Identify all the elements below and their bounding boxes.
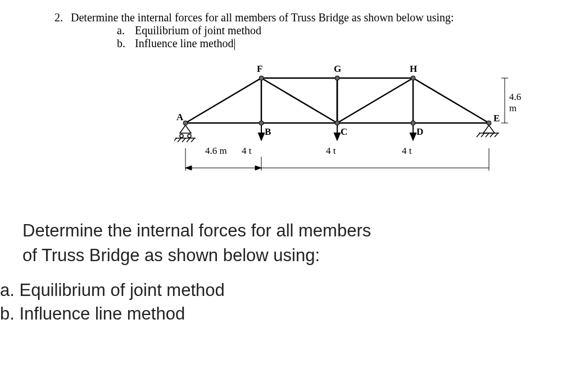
load-D-label: 4 t [402, 145, 411, 157]
load-B-label: 4 t [242, 145, 251, 157]
problem-main-line: 2. Determine the internal forces for all… [46, 11, 565, 24]
label-D: D [416, 126, 423, 138]
large-line1: Determine the internal forces for all me… [22, 218, 565, 243]
sub-letter-a: a. [117, 24, 129, 37]
arrow-head-B [259, 133, 264, 140]
hatch-e2 [481, 133, 484, 137]
roller-A1 [180, 134, 183, 138]
pin-support-E [483, 125, 495, 133]
hatch-a5 [191, 138, 194, 142]
load-C-label: 4 t [326, 145, 336, 157]
label-G: G [334, 63, 341, 75]
node-C [335, 121, 339, 125]
truss-diagram: A F G H E B C D 4 t 4 t 4 t 4.6 m 4.6 m [174, 61, 517, 185]
sub-item-a: a. Equilibrium of joint method [117, 24, 565, 37]
dim-arrow-left [185, 166, 192, 170]
sub-text-a: Equilibrium of joint method [135, 24, 261, 37]
problem-number: 2. [46, 11, 63, 24]
text-cursor [234, 39, 235, 50]
dim-span-label: 4.6 m [205, 145, 227, 157]
sub-text-b: Influence line method [135, 37, 235, 50]
sub-letter-b: b. [117, 37, 129, 50]
diagonal-CH [337, 78, 413, 123]
problem-sub-items: a. Equilibrium of joint method b. Influe… [117, 24, 565, 50]
arrow-head-D [410, 133, 416, 140]
large-sub-a: a. Equilibrium of joint method [0, 279, 565, 302]
large-sub-list: a. Equilibrium of joint method b. Influe… [0, 279, 565, 326]
hatch-a3 [182, 138, 185, 142]
hatch-a2 [178, 138, 181, 142]
node-G [335, 76, 339, 80]
hatch-a1 [174, 138, 176, 142]
pin-support-A [180, 125, 191, 133]
sub-item-b: b. Influence line method [117, 37, 565, 50]
hatch-a4 [187, 138, 190, 142]
roller-A2 [188, 134, 191, 138]
label-E: E [493, 113, 500, 124]
hatch-e1 [477, 133, 480, 137]
large-sub-b: b. Influence line method [0, 302, 565, 326]
problem-text: Determine the internal forces for all me… [71, 11, 454, 24]
arrow-head-C [334, 133, 340, 140]
node-H [411, 76, 415, 80]
hatch-e3 [486, 133, 489, 137]
node-D [411, 121, 415, 125]
large-question: Determine the internal forces for all me… [22, 218, 565, 267]
node-B [259, 121, 264, 125]
large-line2: of Truss Bridge as shown below using: [22, 243, 565, 267]
label-C: C [341, 126, 347, 138]
hatch-e5 [495, 133, 498, 137]
label-H: H [410, 63, 417, 75]
diagonal-FC [261, 78, 337, 123]
label-A: A [176, 112, 183, 123]
problem-statement: 2. Determine the internal forces for all… [46, 11, 565, 50]
dim-arrow-mid [255, 166, 261, 170]
hatch-e4 [490, 133, 493, 137]
truss-svg [174, 61, 517, 185]
label-B: B [265, 126, 271, 138]
label-F: F [257, 63, 262, 75]
node-F [259, 76, 264, 80]
dim-height-label: 4.6 m [509, 92, 521, 114]
